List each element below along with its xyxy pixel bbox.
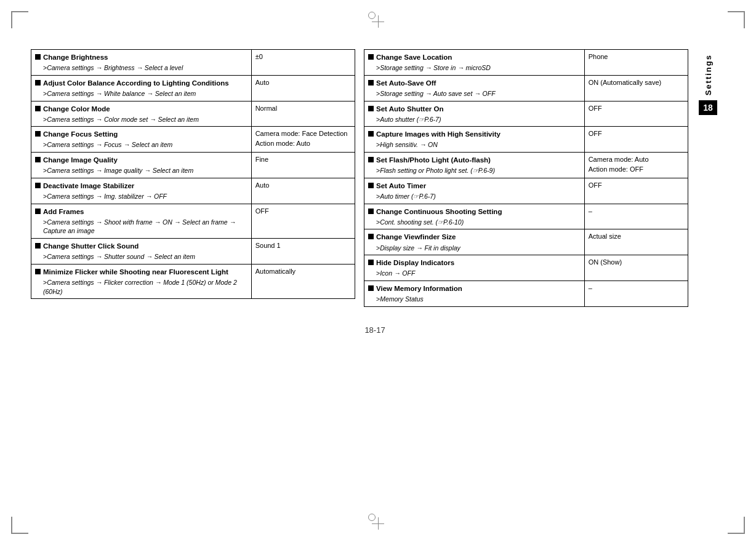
bullet-square [368, 260, 374, 265]
table-row-desc: Add Frames>Camera settings → Shoot with … [31, 204, 252, 238]
row-title: Set Flash/Photo Light (Auto-flash) [376, 155, 491, 165]
row-title: Set Auto Timer [376, 181, 426, 191]
bullet-square [368, 80, 374, 86]
row-sub: >Camera settings → Flicker correction → … [35, 278, 247, 296]
table-row-desc: Change Save Location>Storage setting → S… [364, 50, 585, 76]
table-row-value: – [584, 281, 688, 307]
table-row-desc: Change Continuous Shooting Setting>Cont.… [364, 204, 585, 229]
bullet-square [368, 183, 374, 188]
table-row-value: – [584, 204, 688, 229]
table-row-desc: Change Viewfinder Size>Display size → Fi… [364, 229, 585, 255]
row-title: Minimize Flicker while Shooting near Flu… [43, 267, 228, 277]
page-number: 18-17 [364, 325, 385, 335]
row-title: Set Auto-Save Off [376, 78, 436, 88]
right-table: Change Save Location>Storage setting → S… [364, 49, 688, 307]
row-title: Change Color Mode [43, 104, 110, 114]
row-sub: >Camera settings → Brightness → Select a… [35, 63, 247, 73]
row-title: Add Frames [43, 207, 84, 217]
row-title: Change Viewfinder Size [376, 232, 456, 242]
row-title: Change Focus Setting [43, 129, 118, 139]
page-wrapper: Change Brightness>Camera settings → Brig… [0, 0, 756, 545]
row-sub: >Camera settings → Img. stabilizer → OFF [35, 192, 247, 201]
corner-mark-br [728, 517, 745, 534]
table-row-value: OFF [584, 178, 688, 204]
row-sub: >Memory Status [368, 295, 581, 304]
row-title: Change Continuous Shooting Setting [376, 207, 502, 217]
settings-sidebar: Settings 18 [697, 49, 719, 307]
bullet-square [35, 157, 41, 162]
bullet-square [35, 243, 41, 249]
table-row-desc: Set Auto Timer>Auto timer (☞P.6-7) [364, 178, 585, 204]
row-sub: >Camera settings → Image quality → Selec… [35, 166, 247, 175]
row-sub: >Auto shutter (☞P.6-7) [368, 115, 581, 124]
table-row-desc: Hide Display Indicators>Icon → OFF [364, 255, 585, 281]
table-row-value: Auto [251, 75, 355, 101]
bullet-square [368, 157, 374, 162]
corner-mark-bl [11, 517, 28, 534]
row-sub: >Storage setting → Store in → microSD [368, 63, 581, 73]
bullet-square [35, 131, 41, 137]
table-row-desc: Adjust Color Balance According to Lighti… [31, 75, 252, 101]
table-row-desc: Change Color Mode>Camera settings → Colo… [31, 101, 252, 127]
row-sub: >Cont. shooting set. (☞P.6-10) [368, 218, 581, 227]
bullet-square [368, 106, 374, 111]
bullet-square [35, 209, 41, 214]
table-row-value: Actual size [584, 229, 688, 255]
table-row-value: Fine [251, 153, 355, 178]
row-sub: >Storage setting → Auto save set → OFF [368, 89, 581, 98]
bullet-square [368, 285, 374, 291]
row-title: Change Shutter Click Sound [43, 241, 139, 251]
left-table: Change Brightness>Camera settings → Brig… [31, 49, 355, 307]
row-sub: >Display size → Fit in display [368, 244, 581, 253]
corner-mark-tr [728, 11, 745, 28]
bullet-square [35, 54, 41, 60]
table-row-value: ±0 [251, 50, 355, 76]
table-row-desc: Change Shutter Click Sound>Camera settin… [31, 239, 252, 265]
settings-label: Settings [702, 49, 715, 100]
bullet-square [35, 183, 41, 188]
bullet-square [368, 54, 374, 60]
table-row-value: Sound 1 [251, 239, 355, 265]
row-title: Set Auto Shutter On [376, 104, 443, 114]
table-row-value: ON (Show) [584, 255, 688, 281]
bullet-square [368, 234, 374, 239]
table-row-value: Camera mode: Face Detection Action mode:… [251, 127, 355, 153]
table-row-value: OFF [251, 204, 355, 238]
row-title: View Memory Information [376, 284, 462, 293]
reg-mark-top [372, 15, 384, 28]
table-row-value: ON (Automatically save) [584, 75, 688, 101]
row-sub: >Flash setting or Photo light set. (☞P.6… [368, 166, 581, 175]
table-row-desc: Change Focus Setting>Camera settings → F… [31, 127, 252, 153]
bullet-square [35, 106, 41, 111]
table-row-value: OFF [584, 127, 688, 153]
bullet-square [368, 209, 374, 214]
table-row-value: Phone [584, 50, 688, 76]
corner-mark-tl [11, 11, 28, 28]
table-row-desc: Capture Images with High Sensitivity>Hig… [364, 127, 585, 153]
table-row-value: Auto [251, 178, 355, 204]
table-row-desc: Set Auto-Save Off>Storage setting → Auto… [364, 75, 585, 101]
row-title: Deactivate Image Stabilizer [43, 181, 134, 191]
row-sub: >Auto timer (☞P.6-7) [368, 192, 581, 201]
table-row-desc: Deactivate Image Stabilizer>Camera setti… [31, 178, 252, 204]
table-row-value: OFF [584, 101, 688, 127]
table-row-desc: Minimize Flicker while Shooting near Flu… [31, 264, 252, 298]
reg-mark-bottom [372, 517, 384, 530]
table-row-value: Camera mode: Auto Action mode: OFF [584, 153, 688, 178]
row-sub: >Icon → OFF [368, 269, 581, 278]
row-title: Hide Display Indicators [376, 258, 454, 268]
table-row-value: Normal [251, 101, 355, 127]
table-row-desc: Change Brightness>Camera settings → Brig… [31, 50, 252, 76]
row-sub: >Camera settings → Shoot with frame → ON… [35, 218, 247, 236]
row-sub: >Camera settings → White balance → Selec… [35, 89, 247, 98]
bullet-square [35, 269, 41, 274]
page-badge: 18 [699, 100, 717, 115]
bullet-square [35, 80, 41, 86]
table-row-desc: View Memory Information>Memory Status [364, 281, 585, 307]
row-sub: >High sensitiv. → ON [368, 140, 581, 149]
row-sub: >Camera settings → Focus → Select an ite… [35, 140, 247, 149]
bullet-square [368, 131, 374, 137]
row-title: Change Brightness [43, 52, 108, 62]
row-title: Change Image Quality [43, 155, 118, 165]
row-title: Capture Images with High Sensitivity [376, 129, 501, 139]
